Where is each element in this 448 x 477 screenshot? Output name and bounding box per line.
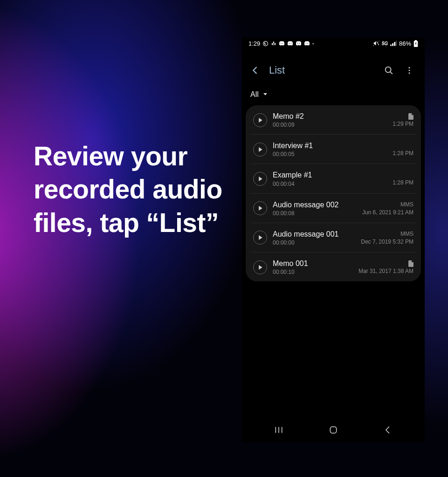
recording-duration: 00:00:05 — [273, 151, 387, 157]
recording-duration: 00:00:08 — [273, 210, 357, 217]
play-button[interactable] — [253, 113, 267, 127]
file-icon — [408, 113, 414, 120]
play-button[interactable] — [253, 231, 267, 245]
svg-point-12 — [308, 43, 309, 44]
recording-meta: 1:29 PM — [393, 121, 414, 127]
svg-point-0 — [263, 41, 268, 46]
svg-point-21 — [409, 70, 410, 71]
svg-rect-17 — [415, 40, 417, 41]
play-button[interactable] — [253, 172, 267, 186]
back-button[interactable] — [246, 61, 264, 80]
recording-row[interactable]: Audio message 00100:00:00MMSDec 7, 2019 … — [250, 223, 416, 252]
network-5g-label: 5G — [382, 41, 388, 46]
system-nav-bar — [242, 420, 425, 443]
svg-point-11 — [306, 43, 307, 44]
file-icon — [408, 260, 414, 267]
svg-point-10 — [299, 43, 300, 44]
svg-rect-1 — [272, 43, 273, 45]
recording-row[interactable]: Memo 00100:00:10Mar 31, 2017 1:38 AM — [250, 252, 416, 281]
svg-point-22 — [409, 72, 410, 74]
play-button[interactable] — [253, 260, 267, 274]
recording-meta: 1:28 PM — [393, 150, 414, 157]
recording-meta: Jun 6, 2021 9:21 AM — [362, 209, 414, 216]
svg-point-9 — [297, 43, 298, 44]
status-bar: 1:29 • 5G — [242, 37, 425, 49]
recording-title: Memo #2 — [273, 112, 387, 121]
signal-icon — [390, 41, 397, 46]
slack-icon — [271, 41, 276, 46]
svg-point-20 — [409, 67, 410, 68]
recording-duration: 00:00:10 — [273, 269, 353, 275]
recording-meta: Mar 31, 2017 1:38 AM — [358, 268, 414, 274]
search-button[interactable] — [381, 61, 397, 80]
recording-duration: 00:00:04 — [273, 181, 387, 187]
page-title: List — [269, 64, 376, 76]
recording-duration: 00:00:09 — [273, 122, 387, 128]
whatsapp-icon — [262, 41, 269, 47]
recording-meta: Dec 7, 2019 5:32 PM — [361, 238, 414, 245]
discord-icon — [296, 41, 302, 46]
recording-duration: 00:00:00 — [273, 239, 355, 246]
recording-badge: MMS — [400, 201, 414, 208]
recording-title: Audio message 002 — [273, 200, 357, 209]
phone-frame: 1:29 • 5G — [242, 37, 425, 443]
svg-rect-26 — [330, 427, 336, 433]
svg-point-7 — [289, 43, 290, 44]
app-bar: List — [242, 54, 425, 87]
recording-title: Interview #1 — [273, 141, 387, 150]
battery-charging-icon — [414, 40, 418, 47]
recording-title: Audio message 001 — [273, 230, 355, 238]
recents-button[interactable] — [265, 421, 293, 439]
filter-label: All — [250, 90, 259, 99]
recording-badge: MMS — [400, 231, 414, 238]
discord-icon — [287, 41, 293, 46]
filter-dropdown[interactable]: All — [242, 87, 425, 105]
more-notifications-dot: • — [312, 41, 314, 46]
recordings-list: Memo #200:00:091:29 PMInterview #100:00:… — [246, 105, 421, 281]
mute-vibrate-icon — [373, 41, 379, 46]
instruction-caption: Review your recorded audio files, tap “L… — [34, 140, 229, 239]
svg-point-8 — [291, 43, 292, 44]
status-time: 1:29 — [248, 40, 260, 47]
svg-rect-4 — [273, 44, 274, 45]
recording-row[interactable]: Audio message 00200:00:08MMSJun 6, 2021 … — [250, 194, 416, 223]
svg-rect-2 — [273, 41, 274, 44]
play-button[interactable] — [253, 143, 267, 157]
svg-point-6 — [283, 43, 283, 44]
home-button[interactable] — [319, 421, 347, 439]
discord-icon — [279, 41, 285, 46]
svg-line-19 — [390, 72, 392, 74]
discord-icon — [304, 41, 310, 46]
recording-row[interactable]: Memo #200:00:091:29 PM — [250, 105, 416, 135]
recording-row[interactable]: Interview #100:00:051:28 PM — [250, 135, 416, 164]
more-options-button[interactable] — [401, 61, 417, 80]
svg-line-13 — [377, 41, 379, 45]
play-button[interactable] — [253, 201, 267, 215]
battery-percent: 86% — [399, 40, 411, 47]
recording-row[interactable]: Example #100:00:041:28 PM — [250, 164, 416, 193]
chevron-down-icon — [262, 90, 268, 99]
recording-title: Memo 001 — [273, 259, 353, 268]
svg-point-5 — [281, 43, 282, 44]
recording-meta: 1:28 PM — [393, 179, 414, 186]
recording-title: Example #1 — [273, 170, 387, 179]
nav-back-button[interactable] — [374, 421, 402, 439]
svg-rect-3 — [275, 43, 276, 45]
